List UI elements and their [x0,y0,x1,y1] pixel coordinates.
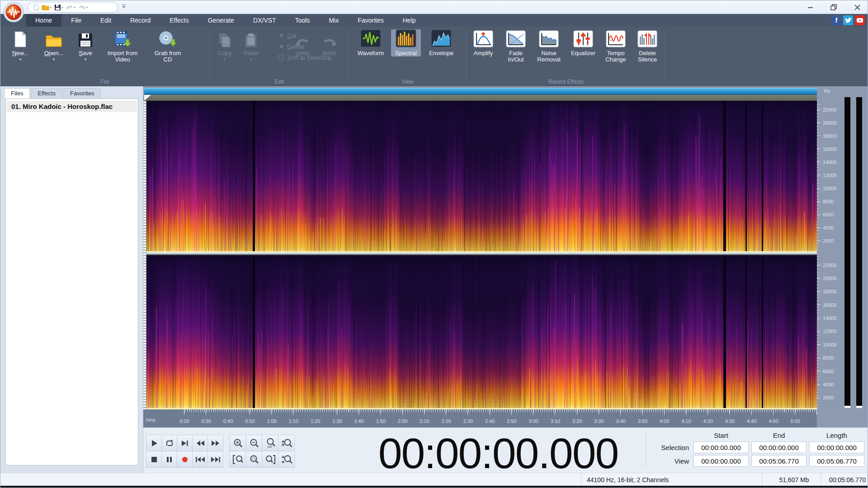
selection-length-field[interactable] [809,441,864,453]
paste-button[interactable]: Paste ▾ [238,29,264,61]
copy-icon [218,29,231,47]
play-cursor-marker[interactable] [144,95,151,101]
noise-removal-button[interactable]: Noise Removal [533,29,565,63]
channel-divider [146,253,817,256]
fade-in-out-button[interactable]: Fade In/Out [501,29,530,63]
play-button[interactable] [146,435,161,451]
go-to-start-button[interactable] [193,451,208,467]
tab-mix[interactable]: Mix [319,14,348,27]
close-button[interactable] [850,2,864,13]
vertical-zoom-in-button[interactable] [278,435,294,451]
tab-favorites[interactable]: Favorites [348,14,393,27]
selection-end-field[interactable] [751,441,807,453]
tab-file[interactable]: File [61,14,91,27]
time-tick-label: 2:20 [435,418,457,424]
equalizer-button[interactable]: Equalizer [567,29,599,56]
file-list[interactable]: 01. Miro Kadoic - Horoskop.flac [5,99,138,465]
tab-effects[interactable]: Effects [160,14,198,27]
time-tick-label: 1:00 [261,418,283,424]
time-ruler[interactable]: hms 0:200:300:400:501:001:101:201:301:40… [143,409,817,427]
dropdown-arrow-icon: ▾ [224,57,226,61]
file-list-item[interactable]: 01. Miro Kadoic - Horoskop.flac [7,101,137,112]
view-end-field[interactable] [751,455,807,467]
tempo-change-label: Tempo Change [601,50,631,63]
app-logo-icon[interactable] [3,2,24,23]
tab-tools[interactable]: Tools [286,14,320,27]
window-buttons [803,0,864,14]
redo-button[interactable]: Redo ▾ [318,29,341,61]
copy-button[interactable]: Copy ▾ [212,29,237,61]
transport-controls [146,435,223,468]
tab-home[interactable]: Home [26,14,61,27]
delete-button[interactable]: ✕Delete [278,41,355,52]
qat-undo-button[interactable]: ▾ [65,3,76,12]
new-document-icon [14,29,27,47]
waveform-view-button[interactable]: Waveform [353,29,388,56]
zoom-100-button[interactable]: 100 [262,435,278,451]
import-from-video-button[interactable]: Import from Video [104,29,142,63]
qat-new-button[interactable] [33,3,40,12]
stop-button[interactable] [146,451,161,467]
restore-button[interactable] [827,2,840,13]
record-button[interactable] [177,451,192,467]
dropdown-arrow-icon: ▾ [19,57,21,61]
tab-generate[interactable]: Generate [198,14,244,27]
loop-playback-button[interactable] [162,435,177,451]
fast-forward-button[interactable] [208,435,223,451]
zoom-selection-start-button[interactable] [230,451,245,467]
save-button[interactable]: Save ▾ [69,29,102,61]
spectral-view-button[interactable]: Spectral [391,29,421,56]
qat-save-button[interactable]: ▾ [53,3,64,12]
seek-bar[interactable] [144,88,817,95]
tab-help[interactable]: Help [393,14,425,27]
ribbon: New... ▾ Open... ▾ Save ▾ Import from Vi… [0,27,868,86]
sidebar-tab-files[interactable]: Files [4,88,30,99]
rewind-button[interactable] [193,435,208,451]
tab-record[interactable]: Record [121,14,160,27]
youtube-icon[interactable] [855,15,865,25]
undo-button[interactable]: Undo ▾ [291,29,314,61]
qat-redo-button[interactable]: ▾ [77,3,89,12]
tempo-change-button[interactable]: Tempo Change [601,29,631,63]
sidebar-tab-favorites[interactable]: Favorites [63,88,101,99]
cut-button[interactable]: ✕Cut [278,30,355,41]
sidebar-tab-effects[interactable]: Effects [31,88,62,99]
zoom-out-button[interactable] [246,435,262,451]
time-tick-label: 2:30 [457,418,479,424]
view-start-field[interactable] [693,455,749,467]
pause-button[interactable] [162,451,177,467]
go-to-end-button[interactable] [208,451,223,467]
play-to-end-button[interactable] [177,435,192,451]
minimize-button[interactable] [803,2,817,13]
facebook-icon[interactable]: f [831,15,841,25]
spectral-icon [396,29,416,47]
fade-icon [506,29,526,47]
view-length-field[interactable] [809,455,864,467]
spectrogram-left-channel[interactable] [146,101,817,253]
time-tick-labels: 0:200:300:400:501:001:101:201:301:401:50… [174,417,806,425]
zoom-selection-end-button[interactable] [262,451,278,467]
zoom-selection-button[interactable] [246,451,262,467]
open-button[interactable]: Open... ▾ [38,29,70,61]
envelope-view-button[interactable]: Envelope [424,29,459,56]
qat-customize-button[interactable] [122,3,128,11]
vertical-zoom-out-button[interactable] [278,451,294,467]
selection-start-field[interactable] [693,441,749,453]
spectrogram-right-channel[interactable] [146,256,817,409]
tab-dxvst[interactable]: DX/VST [244,14,286,27]
frequency-unit-label: Hz [824,88,830,94]
tab-edit[interactable]: Edit [91,14,121,27]
trim-to-selection-button[interactable]: Trim to Selection [278,52,355,63]
delete-silence-button[interactable]: Delete Silence [632,29,662,63]
file-size-status: 51,607 Mb [762,473,821,486]
marker-bar[interactable] [144,95,817,101]
qat-open-button[interactable]: ▾ [41,3,52,12]
save-floppy-icon [78,29,93,47]
duration-status: 00:05:06.770 [821,473,868,486]
amplify-button[interactable]: Amplify [468,29,499,56]
new-button[interactable]: New... ▾ [4,29,37,61]
twitter-icon[interactable] [843,15,853,25]
grab-from-cd-button[interactable]: Grab from CD [150,29,186,63]
edit-small-commands: ✕Cut ✕Delete Trim to Selection [278,30,355,63]
zoom-in-button[interactable] [230,435,245,451]
